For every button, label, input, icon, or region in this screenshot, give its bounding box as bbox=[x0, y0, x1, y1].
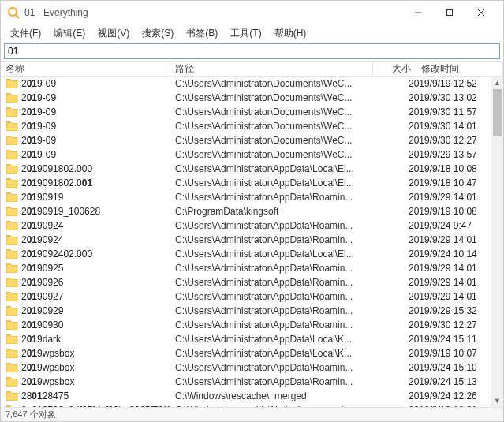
list-item[interactable]: 20190927C:\Users\Administrator\AppData\R… bbox=[1, 289, 491, 304]
list-item[interactable]: 20190919C:\Users\Administrator\AppData\R… bbox=[1, 190, 491, 204]
column-header-date[interactable]: 修改时间 bbox=[416, 62, 503, 76]
item-name: 20190925 bbox=[1, 262, 170, 275]
menu-item-1[interactable]: 编辑(E) bbox=[47, 25, 91, 42]
list-item[interactable]: 2019-09C:\Users\Administrator\Documents\… bbox=[1, 148, 491, 162]
minimize-button[interactable] bbox=[402, 2, 434, 24]
item-date: 2019/9/30 11:57 bbox=[404, 106, 491, 118]
item-date: 2019/9/29 13:57 bbox=[404, 149, 491, 160]
folder-icon bbox=[6, 333, 18, 346]
list-item[interactable]: 2019-09C:\Users\Administrator\Documents\… bbox=[1, 133, 491, 148]
column-header-size[interactable]: 大小 bbox=[373, 62, 416, 76]
item-date: 2019/9/29 14:01 bbox=[404, 192, 491, 203]
item-path: C:\Users\Administrator\AppData\Roamin... bbox=[170, 192, 360, 203]
item-path: C:\Windows\rescache\_merged bbox=[170, 390, 360, 401]
menu-item-0[interactable]: 文件(F) bbox=[4, 25, 47, 42]
list-item[interactable]: 20190926C:\Users\Administrator\AppData\R… bbox=[1, 275, 491, 289]
item-date: 2019/9/30 12:27 bbox=[404, 135, 491, 146]
list-item[interactable]: 20190924C:\Users\Administrator\AppData\R… bbox=[1, 218, 491, 233]
folder-icon bbox=[6, 77, 18, 91]
column-header-name[interactable]: 名称 bbox=[1, 62, 170, 76]
list-item[interactable]: 2019darkC:\Users\Administrator\AppData\L… bbox=[1, 332, 491, 346]
item-name: 20190919_100628 bbox=[1, 205, 170, 218]
list-item[interactable]: 2019092402.000C:\Users\Administrator\App… bbox=[1, 247, 491, 261]
folder-icon bbox=[6, 91, 18, 105]
folder-icon bbox=[6, 390, 18, 403]
item-name: 20190929 bbox=[1, 304, 170, 318]
menu-item-4[interactable]: 书签(B) bbox=[180, 25, 224, 42]
item-path: C:\Users\Administrator\AppData\Roamin... bbox=[170, 263, 360, 274]
item-name: 2019-09 bbox=[1, 134, 170, 148]
menu-item-2[interactable]: 视图(V) bbox=[91, 25, 136, 42]
app-icon bbox=[7, 6, 20, 19]
list-item[interactable]: 20190929C:\Users\Administrator\AppData\R… bbox=[1, 304, 491, 318]
item-path: C:\Users\Administrator\Documents\WeC... bbox=[170, 149, 360, 160]
list-item[interactable]: 2019-09C:\Users\Administrator\Documents\… bbox=[1, 105, 491, 119]
item-path: C:\Users\Administrator\AppData\Local\K..… bbox=[170, 334, 360, 345]
item-path: C:\Users\Administrator\AppData\Local\K..… bbox=[170, 348, 360, 359]
folder-icon bbox=[6, 205, 18, 218]
results-list[interactable]: 2019-09C:\Users\Administrator\Documents\… bbox=[1, 77, 491, 407]
item-date: 2019/9/30 14:01 bbox=[404, 121, 491, 132]
search-bar bbox=[1, 42, 503, 61]
svg-rect-3 bbox=[447, 10, 453, 16]
scrollbar-thumb[interactable] bbox=[493, 89, 502, 136]
folder-icon bbox=[6, 177, 18, 190]
list-item[interactable]: 2019091802.000C:\Users\Administrator\App… bbox=[1, 162, 491, 176]
item-path: C:\Users\Administrator\Documents\WeC... bbox=[170, 121, 360, 132]
list-item[interactable]: 2019-09C:\Users\Administrator\Documents\… bbox=[1, 91, 491, 105]
item-path: C:\Users\Administrator\Documents\WeC... bbox=[170, 106, 360, 118]
list-item[interactable]: 20190925C:\Users\Administrator\AppData\R… bbox=[1, 261, 491, 275]
item-date: 2019/9/29 14:01 bbox=[404, 277, 491, 288]
folder-icon bbox=[6, 162, 18, 176]
folder-icon bbox=[6, 120, 18, 133]
item-path: C:\Users\Administrator\AppData\Roamin... bbox=[170, 319, 360, 331]
list-item[interactable]: 2019-09C:\Users\Administrator\Documents\… bbox=[1, 119, 491, 133]
scrollbar-track[interactable] bbox=[491, 89, 503, 394]
item-date: 2019/9/24 15:11 bbox=[404, 334, 491, 345]
folder-icon bbox=[6, 134, 18, 148]
item-name: 2019091802.001 bbox=[1, 177, 170, 190]
item-name: 280128475 bbox=[1, 390, 170, 403]
menu-item-3[interactable]: 搜索(S) bbox=[136, 25, 180, 42]
menu-item-6[interactable]: 帮助(H) bbox=[268, 25, 313, 42]
folder-icon bbox=[6, 319, 18, 332]
scroll-up-button[interactable]: ▲ bbox=[491, 77, 503, 89]
maximize-button[interactable] bbox=[434, 2, 465, 24]
list-item[interactable]: 20190919_100628C:\ProgramData\kingsoft20… bbox=[1, 204, 491, 218]
list-item[interactable]: 20190930C:\Users\Administrator\AppData\R… bbox=[1, 318, 491, 332]
item-name: 20190919 bbox=[1, 191, 170, 204]
list-item[interactable]: 2019wpsboxC:\Users\Administrator\AppData… bbox=[1, 346, 491, 360]
folder-icon bbox=[6, 233, 18, 247]
item-path: C:\Users\Administrator\AppData\Roamin... bbox=[170, 277, 360, 288]
folder-icon bbox=[6, 148, 18, 162]
item-name: 2019-09 bbox=[1, 148, 170, 162]
item-name: 2019wpsbox bbox=[1, 375, 170, 389]
scroll-down-button[interactable]: ▼ bbox=[491, 394, 503, 407]
column-header-path[interactable]: 路径 bbox=[170, 62, 373, 76]
list-item[interactable]: 2019091802.001C:\Users\Administrator\App… bbox=[1, 176, 491, 190]
folder-icon bbox=[6, 276, 18, 289]
item-name: 2019-09 bbox=[1, 120, 170, 133]
item-path: C:\Users\Administrator\AppData\Roamin... bbox=[170, 220, 360, 231]
vertical-scrollbar[interactable]: ▲ ▼ bbox=[491, 77, 503, 407]
svg-point-0 bbox=[9, 8, 17, 16]
item-name: 2019wpsbox bbox=[1, 347, 170, 360]
item-path: C:\Users\Administrator\AppData\Roamin... bbox=[170, 291, 360, 302]
search-input[interactable] bbox=[4, 43, 500, 59]
item-name: 2019091802.000 bbox=[1, 162, 170, 176]
item-date: 2019/9/29 15:32 bbox=[404, 305, 491, 316]
menu-item-5[interactable]: 工具(T) bbox=[224, 25, 267, 42]
item-name: 2019-09 bbox=[1, 91, 170, 105]
close-button[interactable] bbox=[465, 2, 497, 24]
list-item[interactable]: 20190924C:\Users\Administrator\AppData\R… bbox=[1, 233, 491, 247]
item-name: 20190924 bbox=[1, 233, 170, 247]
list-item[interactable]: 2019-09C:\Users\Administrator\Documents\… bbox=[1, 77, 491, 91]
list-item[interactable]: 280128475C:\Windows\rescache\_merged2019… bbox=[1, 389, 491, 403]
list-item[interactable]: 2019wpsboxC:\Users\Administrator\AppData… bbox=[1, 375, 491, 389]
folder-icon bbox=[6, 304, 18, 318]
item-path: C:\Users\Administrator\AppData\Local\El.… bbox=[170, 248, 360, 260]
item-date: 2019/9/18 10:08 bbox=[404, 163, 491, 174]
item-date: 2019/9/18 10:47 bbox=[404, 177, 491, 189]
list-item[interactable]: 2019wpsboxC:\Users\Administrator\AppData… bbox=[1, 360, 491, 375]
folder-icon bbox=[6, 375, 18, 389]
